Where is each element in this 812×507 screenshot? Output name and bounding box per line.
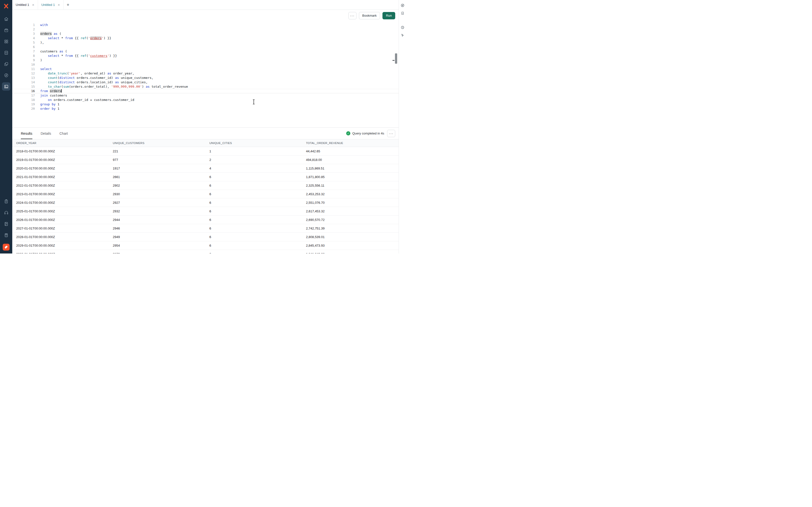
- table-row[interactable]: 2019-01-01T00:00:00.000Z9772494,818.00: [12, 156, 399, 164]
- sidebar-item-explore-compass[interactable]: [2, 71, 10, 79]
- sidebar-item-clipboard[interactable]: [2, 197, 10, 206]
- tab-untitled-1[interactable]: Untitled 1 ×: [12, 0, 38, 9]
- code-token: with: [40, 23, 48, 27]
- table-row[interactable]: 2027-01-01T00:00:00.000Z294662,742,751.3…: [12, 224, 399, 233]
- sidebar-item-code-file[interactable]: [2, 49, 10, 57]
- table-cell: 2026-01-01T00:00:00.000Z: [12, 218, 109, 222]
- code-line-12[interactable]: 12 date_trunc('year', ordered_at) as ord…: [12, 71, 399, 76]
- bookmark-button[interactable]: Bookmark: [359, 12, 380, 19]
- table-cell: 1,871,800.85: [302, 175, 399, 179]
- code-token: ),: [40, 41, 44, 44]
- tab-results[interactable]: Results: [21, 128, 32, 139]
- code-line-4[interactable]: 4 select * from {{ ref('orders') }}: [12, 36, 399, 41]
- code-token: distinct: [59, 80, 75, 84]
- table-row[interactable]: 2022-01-01T00:00:00.000Z290262,325,556.1…: [12, 181, 399, 190]
- table-row[interactable]: 2020-01-01T00:00:00.000Z191741,115,869.5…: [12, 164, 399, 173]
- line-number: 14: [12, 80, 40, 84]
- code-line-11[interactable]: 11select: [12, 67, 399, 71]
- table-row[interactable]: 2030-01-01T00:00:00.000Z287961,841,049.3…: [12, 250, 399, 253]
- code-line-2[interactable]: 2: [12, 27, 399, 32]
- code-line-16[interactable]: 16from orders: [12, 89, 399, 93]
- code-line-5[interactable]: 5),: [12, 41, 399, 45]
- sidebar-item-support-headset[interactable]: [2, 209, 10, 217]
- right-sidebar: [399, 0, 406, 253]
- code-token: orders: [40, 32, 52, 36]
- table-cell: 1917: [109, 167, 205, 170]
- table-cell: 6: [205, 244, 302, 247]
- table-row[interactable]: 2028-01-01T00:00:00.000Z294962,808,539.0…: [12, 233, 399, 241]
- table-row[interactable]: 2023-01-01T00:00:00.000Z293062,453,253.3…: [12, 190, 399, 199]
- code-line-3[interactable]: 3orders as (: [12, 32, 399, 36]
- code-token: (: [86, 54, 88, 58]
- sidebar-item-storage[interactable]: [2, 26, 10, 34]
- code-line-8[interactable]: 8 select * from {{ ref('customers') }}: [12, 54, 399, 58]
- left-sidebar: [0, 0, 12, 253]
- code-line-20[interactable]: 20order by 1: [12, 107, 399, 111]
- tab-chart[interactable]: Chart: [59, 128, 68, 139]
- code-token: select: [48, 54, 59, 58]
- sidebar-item-calculator[interactable]: [2, 231, 10, 239]
- sidebar-item-compass[interactable]: [400, 2, 406, 8]
- tab-label: Chart: [59, 131, 68, 135]
- table-row[interactable]: 2025-01-01T00:00:00.000Z293262,617,453.3…: [12, 207, 399, 216]
- sql-editor[interactable]: 1with23orders as (4 select * from {{ ref…: [12, 21, 399, 127]
- sidebar-item-apps-grid[interactable]: [2, 37, 10, 46]
- code-line-15[interactable]: 15 to_char(sum(orders.order_total), '999…: [12, 84, 399, 89]
- code-line-7[interactable]: 7customers as (: [12, 49, 399, 54]
- run-button[interactable]: Run: [383, 12, 395, 19]
- editor-scrollbar-thumb[interactable]: [395, 53, 397, 64]
- tab-untitled-2[interactable]: Untitled 1 ×: [38, 0, 64, 9]
- code-line-14[interactable]: 14 count(distinct orders.location_id) as…: [12, 80, 399, 84]
- tab-close-icon[interactable]: ×: [58, 3, 60, 7]
- line-number: 6: [12, 45, 40, 49]
- notebook-icon: [4, 222, 9, 226]
- sidebar-item-home[interactable]: [2, 15, 10, 23]
- status-text: Query completed in 4s: [352, 131, 384, 135]
- table-row[interactable]: 2026-01-01T00:00:00.000Z294462,690,570.7…: [12, 216, 399, 224]
- code-token: distinct: [59, 76, 75, 79]
- table-row[interactable]: 2021-01-01T00:00:00.000Z266161,871,800.8…: [12, 173, 399, 181]
- sidebar-item-pointer[interactable]: [400, 32, 406, 38]
- code-line-17[interactable]: 17join customers: [12, 93, 399, 98]
- sidebar-item-history[interactable]: [400, 24, 406, 31]
- new-tab-button[interactable]: +: [63, 0, 72, 9]
- table-cell: 2,453,253.32: [302, 192, 399, 196]
- tab-details[interactable]: Details: [41, 128, 51, 139]
- code-token: order by: [40, 107, 56, 110]
- pointer-icon: [401, 33, 405, 37]
- line-number: 2: [12, 27, 40, 32]
- code-line-18[interactable]: 18 on orders.customer_id = customers.cus…: [12, 98, 399, 102]
- code-line-6[interactable]: 6: [12, 45, 399, 49]
- table-row[interactable]: 2029-01-01T00:00:00.000Z295462,845,473.9…: [12, 241, 399, 250]
- table-cell: 221: [109, 150, 205, 153]
- tab-label: Untitled 1: [16, 3, 29, 7]
- results-panel: Results Details Chart ✓ Query completed …: [12, 127, 399, 253]
- sidebar-item-windows[interactable]: [2, 60, 10, 68]
- results-more-button[interactable]: ···: [387, 130, 395, 137]
- code-line-10[interactable]: 10: [12, 62, 399, 67]
- app-logo[interactable]: [2, 2, 10, 10]
- tab-close-icon[interactable]: ×: [32, 3, 34, 7]
- table-row[interactable]: 2018-01-01T00:00:00.000Z221144,442.65: [12, 147, 399, 156]
- table-cell: 977: [109, 158, 205, 162]
- sidebar-item-notebook[interactable]: [2, 220, 10, 228]
- code-token: as: [115, 76, 119, 79]
- code-line-9[interactable]: 9): [12, 58, 399, 62]
- code-token: (: [86, 36, 88, 40]
- sidebar-item-terminal[interactable]: [2, 82, 10, 91]
- code-line-13[interactable]: 13 count(distinct orders.customer_id) as…: [12, 76, 399, 80]
- code-token: 1: [56, 102, 60, 106]
- user-avatar[interactable]: [3, 244, 9, 250]
- more-options-button[interactable]: ···: [348, 12, 356, 19]
- code-token: customers: [40, 50, 57, 53]
- app-window: Untitled 1 × Untitled 1 × + ··· Bookmark…: [0, 0, 406, 253]
- table-row[interactable]: 2024-01-01T00:00:00.000Z292762,551,076.7…: [12, 199, 399, 207]
- table-cell: 6: [205, 218, 302, 222]
- code-line-19[interactable]: 19group by 1: [12, 102, 399, 107]
- apps-grid-icon: [4, 39, 9, 44]
- table-cell: 2028-01-01T00:00:00.000Z: [12, 235, 109, 239]
- sidebar-item-bookmark[interactable]: [400, 10, 406, 16]
- code-token: count: [48, 76, 57, 79]
- code-line-1[interactable]: 1with: [12, 23, 399, 27]
- code-token: ref: [81, 54, 86, 58]
